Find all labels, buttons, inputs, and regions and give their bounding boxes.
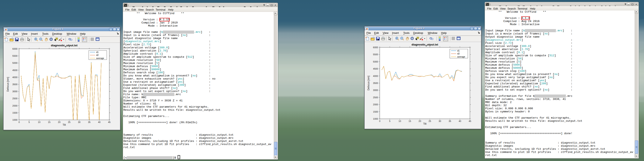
svg-text:4000: 4000 [373, 75, 378, 77]
svg-text:Tilt: Tilt [62, 124, 66, 126]
svg-text:Defocus [nm]: Defocus [nm] [6, 77, 9, 92]
svg-text:0: 0 [18, 121, 20, 124]
svg-text:d2: d2 [96, 54, 99, 56]
svg-text:3000: 3000 [12, 90, 18, 93]
svg-text:average: average [457, 56, 465, 58]
svg-text:40: 40 [98, 121, 100, 124]
svg-text:5500: 5500 [12, 55, 18, 57]
svg-text:1000: 1000 [12, 118, 18, 121]
svg-text:4500: 4500 [12, 69, 18, 72]
svg-text:20: 20 [418, 120, 421, 122]
svg-text:35: 35 [88, 121, 90, 124]
svg-text:40: 40 [459, 120, 461, 122]
svg-text:1500: 1500 [373, 110, 378, 113]
svg-text:Defocus [nm]: Defocus [nm] [367, 76, 370, 90]
svg-text:d1: d1 [96, 51, 99, 54]
svg-text:15: 15 [48, 121, 50, 124]
svg-text:5500: 5500 [373, 53, 378, 56]
svg-text:5000: 5000 [12, 62, 18, 64]
svg-text:4500: 4500 [373, 68, 378, 70]
svg-text:d2: d2 [457, 52, 460, 55]
svg-text:35: 35 [448, 120, 451, 122]
svg-text:2500: 2500 [373, 96, 378, 99]
svg-text:diagnosticoutput.txt: diagnosticoutput.txt [412, 43, 438, 47]
svg-text:diagnosticoutput.txt: diagnosticoutput.txt [51, 44, 78, 48]
svg-text:15: 15 [409, 120, 411, 122]
svg-text:4000: 4000 [12, 76, 18, 78]
svg-text:5: 5 [28, 121, 30, 124]
svg-text:30: 30 [78, 121, 80, 124]
svg-text:average: average [96, 57, 104, 60]
svg-text:2500: 2500 [12, 97, 18, 100]
svg-text:20: 20 [58, 121, 60, 124]
svg-text:25: 25 [68, 121, 70, 124]
svg-text:2000: 2000 [12, 104, 18, 107]
svg-text:45: 45 [108, 121, 110, 124]
svg-text:5: 5 [389, 120, 390, 122]
svg-text:0: 0 [379, 120, 380, 122]
svg-text:6000: 6000 [373, 46, 378, 48]
svg-text:45: 45 [469, 120, 471, 122]
svg-text:1000: 1000 [373, 118, 378, 120]
svg-text:10: 10 [398, 120, 401, 122]
svg-text:Tilt: Tilt [423, 122, 426, 125]
svg-text:2000: 2000 [373, 103, 378, 106]
svg-text:6000: 6000 [12, 48, 18, 50]
svg-text:3000: 3000 [373, 89, 378, 92]
svg-text:25: 25 [428, 120, 431, 122]
svg-text:d1: d1 [457, 50, 460, 52]
svg-text:3500: 3500 [12, 83, 18, 86]
svg-text:1500: 1500 [12, 112, 18, 114]
svg-text:3500: 3500 [373, 82, 378, 84]
svg-text:30: 30 [438, 120, 441, 122]
svg-text:10: 10 [38, 121, 40, 124]
svg-text:5000: 5000 [373, 60, 378, 63]
